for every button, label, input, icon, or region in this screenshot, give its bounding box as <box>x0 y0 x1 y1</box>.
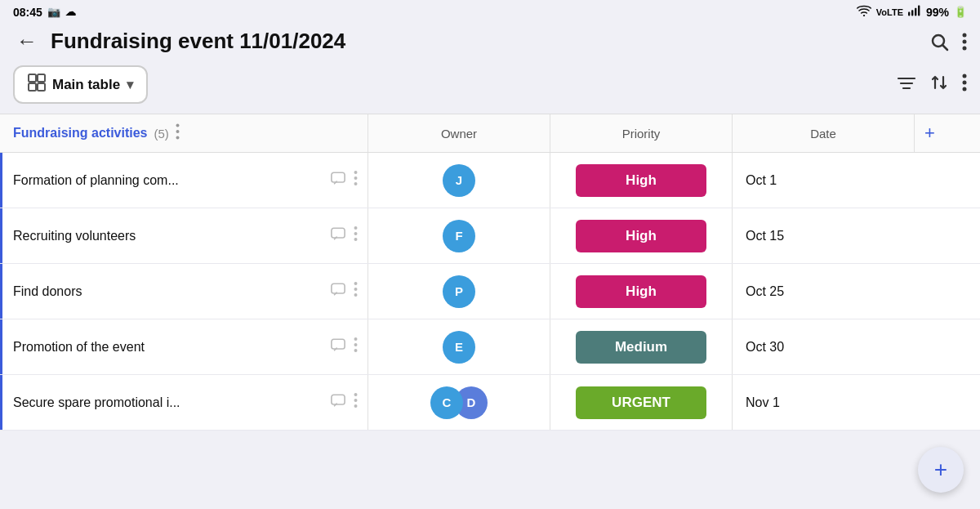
lte-label: VoLTE <box>876 7 903 17</box>
view-selector-button[interactable]: Main table ▾ <box>13 65 148 104</box>
row-actions <box>331 393 358 412</box>
fab-add-button[interactable]: + <box>918 447 964 493</box>
svg-rect-13 <box>38 83 45 91</box>
svg-point-38 <box>354 349 358 352</box>
task-name: Promotion of the event <box>13 340 323 355</box>
comment-button[interactable] <box>331 283 345 301</box>
svg-point-32 <box>354 282 358 285</box>
svg-point-24 <box>354 171 358 174</box>
row-menu-button[interactable] <box>354 393 358 412</box>
owner-cell: J <box>368 164 550 197</box>
svg-point-21 <box>176 130 179 133</box>
date-cell: Oct 1 <box>733 173 914 188</box>
svg-point-34 <box>354 293 358 297</box>
svg-rect-2 <box>911 10 913 16</box>
comment-button[interactable] <box>331 338 345 356</box>
back-button[interactable]: ← <box>13 29 41 54</box>
row-actions <box>331 282 358 301</box>
priority-cell: High <box>550 220 732 252</box>
svg-point-37 <box>354 343 358 346</box>
table-row: Secure spare promotional i... <box>0 375 980 431</box>
owner-cell: C D <box>368 386 550 419</box>
svg-point-40 <box>354 393 358 396</box>
column-header-owner: Owner <box>368 118 550 149</box>
avatar: E <box>443 331 475 364</box>
priority-badge: Medium <box>576 331 706 364</box>
task-cell: Formation of planning com... <box>0 161 368 199</box>
priority-cell: High <box>550 275 732 308</box>
date-cell: Oct 15 <box>733 229 914 243</box>
svg-point-41 <box>354 399 358 402</box>
more-options-button[interactable] <box>962 32 967 51</box>
svg-rect-35 <box>332 339 345 349</box>
svg-rect-4 <box>918 6 920 16</box>
row-menu-button[interactable] <box>354 337 358 356</box>
avatar: J <box>443 164 475 197</box>
svg-point-30 <box>354 238 358 241</box>
svg-point-18 <box>963 81 967 85</box>
group-count: (5) <box>154 127 168 141</box>
svg-rect-10 <box>29 74 36 82</box>
priority-badge: High <box>576 275 706 308</box>
row-menu-button[interactable] <box>354 226 358 245</box>
avatar: P <box>443 275 475 308</box>
toolbar: Main table ▾ <box>0 62 980 114</box>
svg-rect-39 <box>332 395 345 404</box>
page-title: Fundraising event 11/01/2024 <box>51 29 920 54</box>
svg-point-0 <box>863 15 865 16</box>
task-cell: Secure spare promotional i... <box>0 383 368 422</box>
date-cell: Oct 25 <box>733 284 914 299</box>
svg-point-33 <box>354 288 358 291</box>
sort-button[interactable] <box>931 74 947 96</box>
battery-icon: 🔋 <box>954 6 967 18</box>
svg-point-7 <box>963 33 967 37</box>
table-container: Fundraising activities (5) Owner Priorit… <box>0 114 980 509</box>
row-actions <box>331 337 358 356</box>
table-row: Find donors P <box>0 264 980 319</box>
avatar: F <box>443 220 475 252</box>
table-row: Recruiting volunteers <box>0 208 980 264</box>
app-header: ← Fundraising event 11/01/2024 <box>0 22 980 62</box>
column-header-priority: Priority <box>550 118 732 149</box>
table-row: Formation of planning com... <box>0 153 980 208</box>
more-toolbar-button[interactable] <box>962 73 967 96</box>
filter-button[interactable] <box>897 74 916 95</box>
comment-button[interactable] <box>331 172 345 190</box>
battery-level: 99% <box>926 6 949 19</box>
cloud-icon: ☁ <box>65 6 76 18</box>
task-cell: Find donors <box>0 272 368 310</box>
svg-rect-1 <box>908 12 910 16</box>
priority-badge: High <box>576 220 706 252</box>
header-actions <box>929 32 967 51</box>
svg-point-22 <box>176 136 179 139</box>
group-menu-button[interactable] <box>176 123 180 144</box>
status-left: 08:45 📷 ☁ <box>13 6 76 19</box>
svg-rect-31 <box>332 284 345 293</box>
row-actions <box>331 171 358 190</box>
status-time: 08:45 <box>13 6 42 19</box>
add-column-button[interactable]: + <box>915 114 945 152</box>
svg-rect-27 <box>332 228 345 238</box>
svg-rect-23 <box>332 172 345 182</box>
row-actions <box>331 226 358 245</box>
status-right: VoLTE 99% 🔋 <box>857 5 967 19</box>
group-name: Fundraising activities <box>13 126 147 141</box>
avatar-c: C <box>430 386 463 419</box>
comment-button[interactable] <box>331 227 345 245</box>
group-header: Fundraising activities (5) <box>0 115 368 152</box>
row-menu-button[interactable] <box>354 171 358 190</box>
svg-point-26 <box>354 182 358 185</box>
task-name: Find donors <box>13 284 323 299</box>
svg-rect-3 <box>915 8 916 16</box>
svg-point-17 <box>963 74 967 78</box>
priority-cell: Medium <box>550 331 732 364</box>
comment-button[interactable] <box>331 394 345 412</box>
svg-point-28 <box>354 226 358 230</box>
view-label: Main table <box>52 77 120 93</box>
camera-icon: 📷 <box>47 6 60 18</box>
row-menu-button[interactable] <box>354 282 358 301</box>
task-name: Recruiting volunteers <box>13 229 323 243</box>
svg-point-42 <box>354 404 358 408</box>
column-headers: Fundraising activities (5) Owner Priorit… <box>0 114 980 153</box>
search-button[interactable] <box>929 32 949 51</box>
